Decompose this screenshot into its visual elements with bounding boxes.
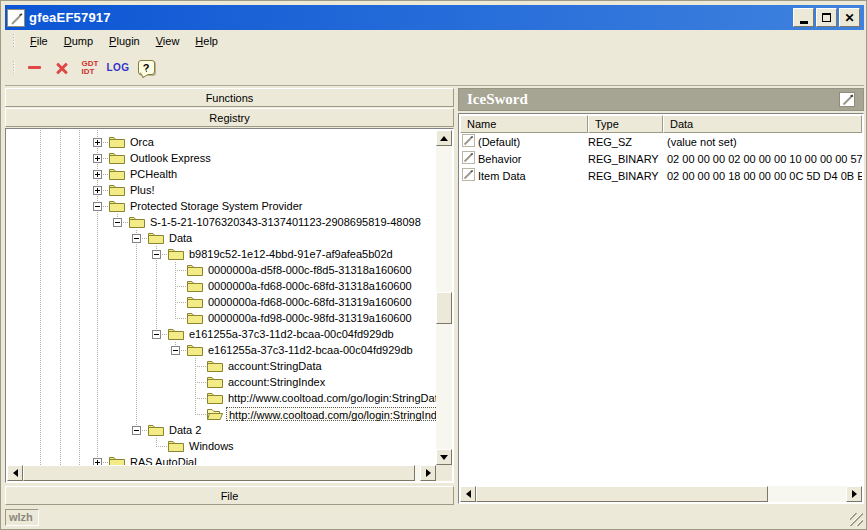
value-row[interactable]: (Default)REG_SZ(value not set)	[460, 133, 862, 150]
file-section-header[interactable]: File	[5, 486, 454, 505]
menu-plugin[interactable]: Plugin	[101, 32, 148, 50]
functions-section-header[interactable]: Functions	[5, 88, 454, 107]
toolbar-grip[interactable]	[13, 61, 16, 75]
tree-connector	[175, 302, 187, 303]
panel-pin-button[interactable]	[839, 92, 855, 107]
value-name: Item Data	[478, 170, 526, 182]
tree-scroll-right-button[interactable]	[420, 465, 436, 481]
collapse-toggle[interactable]	[152, 250, 161, 259]
column-header-data[interactable]: Data	[663, 115, 862, 133]
tree-scroll-down-button[interactable]	[436, 449, 452, 465]
tree-vscrollbar-thumb[interactable]	[436, 292, 452, 324]
value-data: 02 00 00 00 02 00 00 00 10 00 00 00 57	[663, 153, 862, 165]
value-row[interactable]: Item DataREG_BINARY02 00 00 00 18 00 00 …	[460, 167, 862, 184]
tree-item-label: account:StringIndex	[226, 375, 327, 389]
menu-view[interactable]: View	[148, 32, 188, 50]
collapse-toggle[interactable]	[93, 202, 102, 211]
value-row[interactable]: BehaviorREG_BINARY02 00 00 00 02 00 00 0…	[460, 150, 862, 167]
column-header-type[interactable]: Type	[588, 115, 663, 133]
tree-item[interactable]: account:StringData	[7, 358, 436, 374]
tree-item[interactable]: 0000000a-d5f8-000c-f8d5-31318a160600	[7, 262, 436, 278]
collapse-toggle[interactable]	[113, 218, 122, 227]
red-minus-icon	[28, 66, 41, 69]
tree-connector	[175, 286, 187, 287]
list-scroll-left-button[interactable]	[460, 486, 476, 502]
help-button[interactable]: ?	[134, 56, 158, 80]
tree-connector	[136, 390, 137, 406]
pen-icon	[9, 11, 25, 27]
close-button[interactable]: ✕	[839, 8, 860, 27]
minimize-button[interactable]	[793, 8, 814, 27]
tree-item[interactable]: http://www.cooltoad.com/go/login:StringD…	[7, 390, 436, 406]
registry-values-list: Name Type Data (Default)REG_SZ(value not…	[458, 113, 864, 504]
red-x-icon	[55, 61, 69, 75]
gdt-idt-button[interactable]: GDT IDT	[78, 56, 102, 80]
list-scroll-right-button[interactable]	[846, 486, 862, 502]
value-type: REG_BINARY	[588, 170, 663, 182]
tree-item[interactable]: 0000000a-fd68-000c-68fd-31319a160600	[7, 294, 436, 310]
expand-toggle[interactable]	[93, 138, 102, 147]
menu-dump[interactable]: Dump	[56, 32, 101, 50]
tree-item[interactable]: b9819c52-1e12-4bbd-91e7-af9afea5b02d	[7, 246, 436, 262]
remove-process-button[interactable]	[22, 56, 46, 80]
tree-item[interactable]: account:StringIndex	[7, 374, 436, 390]
menubar: FileDumpPluginViewHelp	[5, 31, 864, 51]
resize-grip-icon[interactable]	[850, 513, 863, 526]
collapse-toggle[interactable]	[132, 426, 141, 435]
tree-hscrollbar-thumb[interactable]	[23, 465, 415, 481]
column-header-name[interactable]: Name	[460, 115, 588, 133]
expand-toggle[interactable]	[93, 458, 102, 465]
tree-item[interactable]: Orca	[7, 134, 436, 150]
tree-item[interactable]: e161255a-37c3-11d2-bcaa-00c04fd929db	[7, 326, 436, 342]
tree-connector	[195, 398, 207, 399]
gdt-idt-icon: GDT IDT	[82, 60, 99, 76]
tree-item[interactable]: Protected Storage System Provider	[7, 198, 436, 214]
tree-item[interactable]: Windows	[7, 438, 436, 454]
folder-icon	[187, 295, 203, 310]
tree-connector	[156, 278, 157, 294]
tree-item-label: 0000000a-fd98-000c-98fd-31319a160600	[206, 311, 414, 325]
tree-item[interactable]: PCHealth	[7, 166, 436, 182]
tree-connector	[156, 262, 157, 278]
tree-item[interactable]: http://www.cooltoad.com/go/login:StringI…	[7, 406, 436, 422]
tree-item[interactable]: RAS AutoDial	[7, 454, 436, 465]
folder-icon	[129, 215, 145, 230]
menu-help[interactable]: Help	[187, 32, 226, 50]
tree-item[interactable]: Plus!	[7, 182, 436, 198]
registry-header-label: Registry	[209, 112, 249, 124]
menu-file[interactable]: File	[22, 32, 56, 50]
tree-item[interactable]: Data	[7, 230, 436, 246]
tree-item[interactable]: 0000000a-fd98-000c-98fd-31319a160600	[7, 310, 436, 326]
tree-item[interactable]: e161255a-37c3-11d2-bcaa-00c04fd929db	[7, 342, 436, 358]
tree-item[interactable]: S-1-5-21-1076320343-3137401123-290869581…	[7, 214, 436, 230]
menubar-grip[interactable]	[13, 34, 16, 48]
tree-item[interactable]: 0000000a-fd68-000c-68fd-31318a160600	[7, 278, 436, 294]
folder-icon	[187, 279, 203, 294]
tree-scroll-up-button[interactable]	[436, 130, 452, 146]
toolbar-separator	[5, 85, 864, 86]
tree-item[interactable]: Data 2	[7, 422, 436, 438]
collapse-toggle[interactable]	[171, 346, 180, 355]
tree-connector	[156, 294, 157, 310]
tree-item[interactable]: Outlook Express	[7, 150, 436, 166]
tree-connector	[156, 310, 157, 326]
log-button[interactable]: LOG	[106, 56, 130, 80]
maximize-button[interactable]	[816, 8, 837, 27]
tree-item-label: Orca	[128, 135, 156, 149]
expand-toggle[interactable]	[93, 154, 102, 163]
value-type: REG_BINARY	[588, 153, 663, 165]
tree-item-label: 0000000a-fd68-000c-68fd-31319a160600	[206, 295, 414, 309]
collapse-toggle[interactable]	[152, 330, 161, 339]
registry-section-header[interactable]: Registry	[5, 108, 454, 127]
folder-icon	[207, 375, 223, 390]
collapse-toggle[interactable]	[132, 234, 141, 243]
tree-scroll-left-button[interactable]	[7, 465, 23, 481]
list-hscrollbar-thumb[interactable]	[476, 486, 768, 502]
tree-connector	[136, 310, 137, 326]
arrow-right-icon	[426, 469, 435, 477]
expand-toggle[interactable]	[93, 170, 102, 179]
arrow-left-icon	[9, 469, 18, 477]
value-name: (Default)	[478, 136, 520, 148]
kill-button[interactable]	[50, 56, 74, 80]
expand-toggle[interactable]	[93, 186, 102, 195]
